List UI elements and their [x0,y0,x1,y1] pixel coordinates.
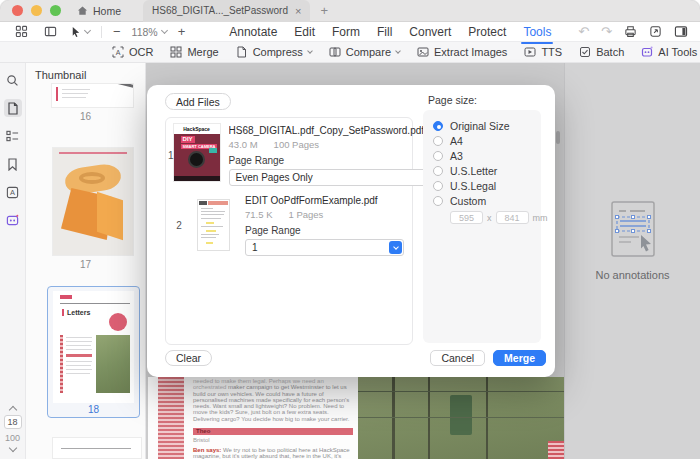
batch-button[interactable]: Batch [579,46,624,58]
select-tool-button[interactable] [70,26,90,38]
add-files-button[interactable]: Add Files [165,93,231,110]
merge-tool-button[interactable]: Merge [170,46,218,58]
thumbnail-panel: Thumbnail 16 17 [26,63,146,459]
new-tab-button[interactable]: + [320,3,328,18]
file-row-2[interactable]: 2 [168,194,404,256]
current-page-input[interactable]: 18 [4,415,22,429]
radio-original-size[interactable]: Original Size [433,119,541,133]
merge-dialog: Add Files 1 HackSpace DIY SMART CAMERA [147,85,555,377]
zoom-out-button[interactable]: − [113,25,121,38]
thumbnail-page-16[interactable] [52,84,133,107]
page-up-icon[interactable] [8,406,16,414]
custom-width-input[interactable] [450,211,483,224]
print-button[interactable] [624,25,637,38]
page-highlight-theo: Theo [193,428,353,435]
zoom-level-value: 118% [132,26,158,38]
page-reply-prefix: Ben says: [193,447,221,453]
file-1-page-range-value: Even Pages Only [236,172,313,183]
svg-text:A: A [10,188,15,197]
grid-view-button[interactable] [12,23,30,41]
thumb18-badge [109,313,127,331]
file-row-1[interactable]: 1 HackSpace DIY SMART CAMERA HS68_DIGITA… [168,124,404,186]
traffic-minimize-button[interactable] [31,5,42,16]
scrollbar-handle[interactable] [556,131,560,144]
radio-us-letter[interactable]: U.S.Letter [433,164,541,178]
zoom-level-dropdown[interactable]: 118% [132,26,167,38]
traffic-close-button[interactable] [12,5,23,16]
compress-icon [236,46,248,58]
ai-tools-button[interactable]: AI Tools [641,46,697,58]
tab-close-icon[interactable]: × [295,5,301,17]
radio-icon[interactable] [433,196,443,206]
menu-protect[interactable]: Protect [468,25,506,39]
merge-button[interactable]: Merge [493,350,546,366]
ocr-icon: A [112,46,124,58]
radio-us-legal[interactable]: U.S.Legal [433,179,541,193]
home-button[interactable]: Home [77,5,121,17]
outline-panel-button[interactable] [4,127,22,145]
page-size-label: Page size: [428,94,477,106]
document-tab[interactable]: HS68_DIGITA..._SetPassword × [143,0,310,22]
menu-tools[interactable]: Tools [523,25,551,39]
radio-custom[interactable]: Custom [433,194,541,208]
radio-icon[interactable] [433,136,443,146]
menu-annotate[interactable]: Annotate [229,25,277,39]
merge-file-list: 1 HackSpace DIY SMART CAMERA HS68_DIGITA… [165,117,413,345]
file-2-select-chevron-button[interactable] [389,241,402,254]
clear-button[interactable]: Clear [165,350,212,366]
zoom-in-button[interactable]: + [178,25,186,38]
bookmark-panel-button[interactable] [4,155,22,173]
thumbnail-panel-button[interactable] [4,99,22,117]
cover-footer [174,176,220,181]
thumbnail-page-19[interactable] [53,438,141,458]
file-1-page-range-select[interactable]: Even Pages Only [229,169,438,186]
no-annotations-icon [611,201,655,257]
dialog-button-row: Clear Cancel Merge [165,350,546,366]
thumbnail-page-18-selected[interactable]: Letters 18 [47,286,140,418]
ocr-button[interactable]: A OCR [112,46,153,58]
tts-button[interactable]: TTS [524,46,562,58]
ai-assistant-panel-button[interactable] [4,211,22,229]
menu-fill[interactable]: Fill [377,25,392,39]
radio-a3[interactable]: A3 [433,149,541,163]
file-1-size: 43.0 M [229,139,258,150]
annotation-panel-button[interactable]: A [4,183,22,201]
radio-icon[interactable] [433,181,443,191]
no-annotations-text: No annotations [596,269,670,281]
radio-icon-selected[interactable] [433,121,443,131]
sidebar-toggle-button[interactable] [41,23,59,41]
undo-button[interactable]: ↶ [578,24,589,39]
page-size-panel: Original Size A4 A3 U.S.Letter U.S.Legal… [423,110,541,343]
redo-button[interactable]: ↷ [601,24,612,39]
merge-tool-label: Merge [187,46,218,58]
page-down-icon[interactable] [8,444,16,452]
page-navigator: 18 100 [4,407,22,459]
cancel-button[interactable]: Cancel [430,350,485,366]
page-paragraph: maker campaign to get Westminster to let… [193,384,349,421]
share-icon[interactable] [649,25,662,38]
file-2-page-range-select[interactable]: 1 [245,239,404,256]
compare-button[interactable]: Compare [329,46,400,58]
traffic-zoom-button[interactable] [50,5,61,16]
thumbnail-page-18-label: 18 [48,404,139,415]
radio-a4[interactable]: A4 [433,134,541,148]
thumbnail-page-17[interactable] [53,148,133,255]
main-toolbar: − 118% + Annotate Edit Form Fill Convert… [0,22,700,42]
file-1-name: HS68_DIGITAL.pdf_Copy_SetPassword.pdf [229,125,438,136]
radio-icon[interactable] [433,151,443,161]
custom-separator: x [487,213,492,223]
menu-edit[interactable]: Edit [294,25,315,39]
thumbnail-panel-title: Thumbnail [35,69,86,81]
page-photo [358,377,564,459]
extract-images-button[interactable]: Extract Images [417,46,507,58]
menu-convert[interactable]: Convert [409,25,451,39]
ai-tools-label: AI Tools [658,46,697,58]
layout-panel-button[interactable] [674,25,688,38]
search-icon[interactable] [4,71,22,89]
menu-form[interactable]: Form [332,25,360,39]
cover-camera-lens [188,151,205,168]
radio-icon[interactable] [433,166,443,176]
extract-images-label: Extract Images [434,46,507,58]
custom-height-input[interactable] [496,211,529,224]
compress-button[interactable]: Compress [236,46,312,58]
